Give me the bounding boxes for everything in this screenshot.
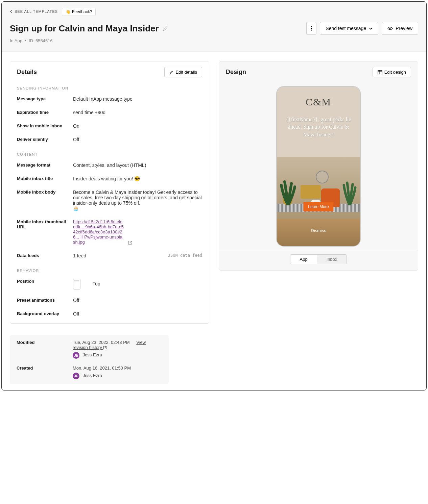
page-title: Sign up for Calvin and Maya Insider xyxy=(10,23,159,34)
avatar: JE xyxy=(73,352,79,359)
label-data-feeds: Data feeds xyxy=(17,253,68,258)
value-message-type: Default InApp message type xyxy=(73,96,202,102)
phone-headline: {{firstName}}, great perks lie ahead. Si… xyxy=(277,116,360,138)
pencil-icon xyxy=(169,70,173,74)
label-modified: Modified xyxy=(17,340,67,345)
design-tabs: App Inbox xyxy=(290,254,347,264)
history-card: Modified Tue, Aug 23, 2022, 02:43 PM Vie… xyxy=(10,335,169,384)
label-message-format: Message format xyxy=(17,162,68,168)
design-card: Design Edit design xyxy=(219,61,418,271)
label-deliver-silently: Deliver silently xyxy=(17,137,68,142)
edit-title-button[interactable] xyxy=(163,26,168,31)
extra-data-feeds: JSON data feed xyxy=(168,253,202,258)
chevron-down-icon xyxy=(369,27,373,30)
wave-icon: 👋 xyxy=(66,9,71,14)
thumbnail-link[interactable]: https://d15k2d11r6t6rl.cloudfr... 9b6a-4… xyxy=(73,219,124,245)
value-data-feeds: 1 feed xyxy=(73,253,163,258)
details-card: Details Edit details SENDING INFORMATION… xyxy=(10,61,209,324)
modified-date: Tue, Aug 23, 2022, 02:43 PM xyxy=(73,340,130,345)
svg-rect-4 xyxy=(378,70,382,74)
phone-preview: C&M {{firstName}}, great perks lie ahead… xyxy=(276,86,361,247)
value-inbox-title: Insider deals waiting for you! 😎 xyxy=(73,176,202,181)
svg-point-3 xyxy=(389,28,391,29)
created-user: Jess Ezra xyxy=(83,373,102,378)
tab-app[interactable]: App xyxy=(290,255,317,264)
eye-icon xyxy=(387,26,393,30)
page-header: SEE ALL TEMPLATES 👋 Feedback? Sign up fo… xyxy=(2,2,426,52)
tab-inbox[interactable]: Inbox xyxy=(317,255,347,264)
layout-icon xyxy=(378,70,382,74)
header-meta: In App • ID: 6554616 xyxy=(10,38,418,43)
chevron-left-icon xyxy=(10,10,13,13)
phone-dismiss-link[interactable]: Dismiss xyxy=(311,228,326,233)
label-expiration: Expiration time xyxy=(17,110,68,115)
preview-label: Preview xyxy=(396,26,412,31)
section-behavior: BEHAVIOR xyxy=(10,262,209,275)
back-link[interactable]: SEE ALL TEMPLATES xyxy=(10,9,58,14)
value-overlay: Off xyxy=(73,311,202,317)
meta-channel: In App xyxy=(10,38,22,43)
section-sending: SENDING INFORMATION xyxy=(10,80,209,92)
label-inbox-show: Show in mobile inbox xyxy=(17,123,68,129)
pencil-icon xyxy=(163,26,168,31)
value-inbox-show: On xyxy=(73,123,202,129)
external-link-icon xyxy=(103,346,107,350)
value-deliver-silently: Off xyxy=(73,137,202,142)
value-inbox-body: Become a Calvin & Maya Insider today! Ge… xyxy=(73,190,202,211)
created-date: Mon, Aug 16, 2021, 01:50 PM xyxy=(73,366,131,371)
label-inbox-title: Mobile inbox title xyxy=(17,176,68,181)
edit-design-button[interactable]: Edit design xyxy=(373,67,411,77)
value-position: Top xyxy=(93,281,100,286)
label-created: Created xyxy=(17,366,67,371)
more-menu-button[interactable] xyxy=(306,22,316,35)
label-overlay: Background overlay xyxy=(17,311,68,317)
label-position: Position xyxy=(17,279,68,289)
external-link-button[interactable] xyxy=(128,240,132,245)
edit-design-label: Edit design xyxy=(384,70,406,75)
feedback-button[interactable]: 👋 Feedback? xyxy=(62,8,96,16)
label-inbox-body: Mobile inbox body xyxy=(17,190,68,211)
more-vertical-icon xyxy=(311,26,312,31)
preview-button[interactable]: Preview xyxy=(382,22,418,35)
modified-user: Jess Ezra xyxy=(83,353,102,358)
edit-details-button[interactable]: Edit details xyxy=(164,67,202,77)
avatar: JE xyxy=(73,373,79,379)
label-thumbnail: Mobile inbox thumbnail URL xyxy=(17,219,68,245)
value-message-format: Content, styles, and layout (HTML) xyxy=(73,162,202,168)
value-animations: Off xyxy=(73,298,202,303)
send-test-label: Send test message xyxy=(326,26,366,31)
details-title: Details xyxy=(17,69,37,76)
design-title: Design xyxy=(226,69,246,76)
label-message-type: Message type xyxy=(17,96,68,102)
phone-cta-button[interactable]: Learn More xyxy=(303,202,333,211)
svg-point-2 xyxy=(311,30,312,31)
phone-logo: C&M xyxy=(306,96,331,108)
feedback-label: Feedback? xyxy=(72,9,92,14)
label-animations: Preset animations xyxy=(17,298,68,303)
value-expiration: send time +90d xyxy=(73,110,202,115)
back-link-label: SEE ALL TEMPLATES xyxy=(15,9,58,14)
svg-point-0 xyxy=(311,26,312,27)
send-test-button[interactable]: Send test message xyxy=(320,22,378,35)
edit-details-label: Edit details xyxy=(175,70,197,75)
meta-id: ID: 6554616 xyxy=(29,38,53,43)
svg-point-1 xyxy=(311,28,312,29)
position-top-icon xyxy=(73,279,80,289)
external-link-icon xyxy=(128,241,132,245)
section-content: CONTENT xyxy=(10,146,209,158)
